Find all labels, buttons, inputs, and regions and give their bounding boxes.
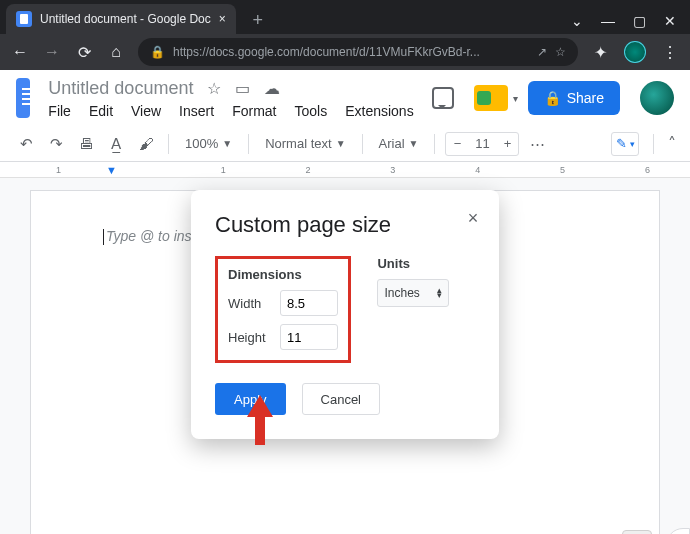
new-tab-button[interactable]: + bbox=[244, 6, 272, 34]
share-button[interactable]: 🔒 Share bbox=[528, 81, 620, 115]
horizontal-ruler[interactable]: ▼ 1 1 2 3 4 5 6 bbox=[0, 162, 690, 178]
browser-urlbar: ← → ⟳ ⌂ 🔒 https://docs.google.com/docume… bbox=[0, 34, 690, 70]
zoom-value: 100% bbox=[185, 136, 218, 151]
close-dialog-button[interactable]: × bbox=[461, 206, 485, 230]
cancel-button[interactable]: Cancel bbox=[302, 383, 380, 415]
style-selector[interactable]: Normal text▼ bbox=[259, 136, 351, 151]
account-avatar[interactable] bbox=[640, 81, 674, 115]
meet-button[interactable] bbox=[474, 85, 508, 111]
dimensions-heading: Dimensions bbox=[228, 267, 338, 282]
dimensions-group: Dimensions Width Height bbox=[215, 256, 351, 363]
formatting-toolbar: ↶ ↷ 🖶 A̲ 🖌 100%▼ Normal text▼ Arial▼ − 1… bbox=[0, 126, 690, 162]
print-icon[interactable]: 🖶 bbox=[74, 132, 98, 156]
star-icon[interactable]: ☆ bbox=[207, 79, 221, 98]
comments-icon[interactable] bbox=[432, 87, 454, 109]
explore-button[interactable]: ✦ bbox=[622, 530, 652, 534]
font-size-value[interactable]: 11 bbox=[468, 136, 496, 151]
docs-header: Untitled document ☆ ▭ ☁ File Edit View I… bbox=[0, 70, 690, 126]
spellcheck-icon[interactable]: A̲ bbox=[104, 132, 128, 156]
more-tools-icon[interactable]: ⋯ bbox=[525, 132, 549, 156]
document-title[interactable]: Untitled document bbox=[48, 78, 193, 99]
menu-view[interactable]: View bbox=[131, 103, 161, 119]
style-value: Normal text bbox=[265, 136, 331, 151]
menu-format[interactable]: Format bbox=[232, 103, 276, 119]
font-size-control: − 11 + bbox=[445, 132, 519, 156]
dialog-title: Custom page size bbox=[215, 212, 475, 238]
menu-tools[interactable]: Tools bbox=[294, 103, 327, 119]
menu-extensions[interactable]: Extensions bbox=[345, 103, 413, 119]
minimize-button[interactable]: — bbox=[601, 14, 615, 28]
bookmark-icon[interactable]: ☆ bbox=[555, 45, 566, 59]
back-button[interactable]: ← bbox=[10, 43, 30, 61]
select-stepper-icon: ▴▾ bbox=[437, 288, 442, 299]
editing-mode-button[interactable]: ✎ ▾ bbox=[611, 132, 639, 156]
lock-icon: 🔒 bbox=[150, 45, 165, 59]
reload-button[interactable]: ⟳ bbox=[74, 43, 94, 62]
menu-edit[interactable]: Edit bbox=[89, 103, 113, 119]
browser-titlebar: Untitled document - Google Doc × + ⌄ — ▢… bbox=[0, 0, 690, 34]
menu-bar: File Edit View Insert Format Tools Exten… bbox=[48, 99, 413, 119]
width-label: Width bbox=[228, 296, 272, 311]
url-text: https://docs.google.com/document/d/11VMu… bbox=[173, 45, 480, 59]
font-selector[interactable]: Arial▼ bbox=[373, 136, 425, 151]
home-button[interactable]: ⌂ bbox=[106, 43, 126, 61]
show-side-panel-button[interactable]: ‹ bbox=[666, 528, 690, 534]
menu-file[interactable]: File bbox=[48, 103, 71, 119]
placeholder-text: Type @ to ins bbox=[103, 228, 192, 244]
decrease-font-button[interactable]: − bbox=[446, 136, 468, 151]
docs-logo[interactable] bbox=[16, 78, 30, 118]
lock-icon: 🔒 bbox=[544, 90, 561, 106]
units-value: Inches bbox=[384, 286, 419, 300]
tab-title: Untitled document - Google Doc bbox=[40, 12, 211, 26]
browser-tab[interactable]: Untitled document - Google Doc × bbox=[6, 4, 236, 34]
tab-close-icon[interactable]: × bbox=[219, 12, 226, 26]
chevron-down-icon[interactable]: ⌄ bbox=[571, 14, 583, 28]
height-label: Height bbox=[228, 330, 272, 345]
docs-favicon bbox=[16, 11, 32, 27]
units-select[interactable]: Inches ▴▾ bbox=[377, 279, 449, 307]
font-value: Arial bbox=[379, 136, 405, 151]
collapse-toolbar-icon[interactable]: ˄ bbox=[668, 134, 676, 153]
paint-format-icon[interactable]: 🖌 bbox=[134, 132, 158, 156]
address-bar[interactable]: 🔒 https://docs.google.com/document/d/11V… bbox=[138, 38, 578, 66]
undo-icon[interactable]: ↶ bbox=[14, 132, 38, 156]
cloud-status-icon[interactable]: ☁ bbox=[264, 79, 280, 98]
redo-icon[interactable]: ↷ bbox=[44, 132, 68, 156]
share-label: Share bbox=[567, 90, 604, 106]
close-window-button[interactable]: ✕ bbox=[664, 14, 676, 28]
forward-button[interactable]: → bbox=[42, 43, 62, 61]
units-group: Units Inches ▴▾ bbox=[377, 256, 449, 307]
extension-badge[interactable] bbox=[624, 41, 646, 63]
browser-menu-icon[interactable]: ⋮ bbox=[660, 43, 680, 62]
zoom-selector[interactable]: 100%▼ bbox=[179, 136, 238, 151]
units-heading: Units bbox=[377, 256, 449, 271]
increase-font-button[interactable]: + bbox=[496, 136, 518, 151]
menu-insert[interactable]: Insert bbox=[179, 103, 214, 119]
height-input[interactable] bbox=[280, 324, 338, 350]
custom-page-size-dialog: Custom page size × Dimensions Width Heig… bbox=[191, 190, 499, 439]
move-icon[interactable]: ▭ bbox=[235, 79, 250, 98]
share-url-icon[interactable]: ↗ bbox=[537, 45, 547, 59]
maximize-button[interactable]: ▢ bbox=[633, 14, 646, 28]
width-input[interactable] bbox=[280, 290, 338, 316]
extensions-icon[interactable]: ✦ bbox=[590, 43, 610, 62]
apply-button[interactable]: Apply bbox=[215, 383, 286, 415]
